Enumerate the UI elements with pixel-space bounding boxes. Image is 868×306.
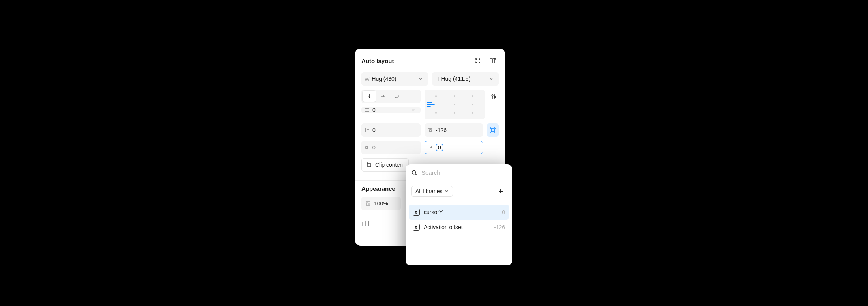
opacity-icon [365, 201, 371, 206]
opacity-value: 100% [374, 200, 388, 207]
padding-top-icon [428, 127, 433, 133]
search-input[interactable] [421, 169, 507, 176]
padding-bottom-value[interactable]: 0 [436, 144, 443, 151]
padding-top-value: -126 [436, 127, 480, 133]
number-variable-icon: # [413, 224, 420, 231]
svg-rect-8 [430, 146, 432, 148]
padding-top-field[interactable]: -126 [425, 123, 483, 137]
align-mid-left-active[interactable] [427, 100, 445, 108]
align-top-center[interactable] [445, 92, 464, 100]
direction-wrap[interactable] [389, 91, 403, 102]
svg-rect-11 [368, 203, 370, 205]
align-mid-right[interactable] [464, 100, 482, 108]
search-icon [411, 170, 417, 176]
padding-bottom-icon [428, 145, 434, 150]
auto-layout-title: Auto layout [361, 58, 394, 64]
height-field[interactable]: H Hug (411.5) [432, 72, 499, 86]
collapse-icon[interactable] [472, 54, 484, 67]
variable-list: # cursorY 0 # Activation offset -126 [406, 202, 512, 237]
padding-left-field[interactable]: 0 [361, 123, 421, 137]
search-row [406, 164, 512, 181]
clip-content-label: Clip conten [375, 162, 403, 168]
variable-name: Activation offset [424, 224, 490, 230]
padding-right-value: 0 [372, 144, 417, 151]
alignment-grid[interactable] [425, 90, 485, 119]
padding-right-icon [365, 145, 370, 150]
advanced-settings-icon[interactable] [488, 90, 499, 103]
width-prefix: W [365, 76, 369, 82]
clip-icon [366, 162, 372, 168]
padding-left-value: 0 [372, 127, 417, 133]
variable-value: -126 [494, 224, 505, 230]
direction-vertical[interactable] [363, 91, 376, 102]
width-field[interactable]: W Hug (430) [361, 72, 428, 86]
align-bot-right[interactable] [464, 109, 482, 117]
svg-rect-7 [366, 147, 368, 148]
padding-right-field[interactable]: 0 [361, 141, 421, 154]
svg-rect-5 [430, 130, 431, 132]
gap-field[interactable]: 0 [361, 107, 421, 113]
svg-rect-10 [366, 202, 368, 203]
direction-horizontal[interactable] [376, 91, 389, 102]
library-row: All libraries [406, 181, 512, 202]
direction-segmented[interactable] [361, 90, 421, 103]
width-value: Hug (430) [372, 76, 414, 82]
svg-rect-1 [493, 58, 495, 63]
add-variable-icon[interactable] [495, 185, 507, 198]
gap-value: 0 [372, 107, 406, 113]
svg-rect-6 [491, 129, 494, 132]
library-select[interactable]: All libraries [411, 186, 453, 197]
chevron-down-icon[interactable] [487, 77, 496, 81]
align-bot-left[interactable] [427, 109, 445, 117]
gap-icon [365, 107, 370, 113]
align-top-left[interactable] [427, 92, 445, 100]
height-value: Hug (411.5) [441, 76, 485, 82]
variable-value: 0 [502, 209, 505, 215]
svg-rect-4 [367, 129, 369, 131]
library-select-label: All libraries [415, 188, 442, 194]
auto-layout-header: Auto layout [355, 49, 505, 71]
padding-expand-icon[interactable] [487, 123, 499, 137]
svg-rect-0 [490, 58, 492, 63]
chevron-down-icon[interactable] [416, 77, 425, 81]
svg-point-3 [494, 96, 496, 98]
svg-point-2 [492, 95, 493, 96]
align-bot-center[interactable] [445, 109, 464, 117]
variable-item-cursory[interactable]: # cursorY 0 [409, 205, 509, 220]
svg-point-12 [412, 170, 416, 174]
variable-item-activation-offset[interactable]: # Activation offset -126 [409, 220, 509, 235]
variable-name: cursorY [424, 209, 498, 215]
padding-left-icon [365, 127, 370, 133]
number-variable-icon: # [413, 209, 420, 216]
opacity-field[interactable]: 100% [361, 197, 401, 210]
variable-picker-popover: All libraries # cursorY 0 # Activation o… [406, 164, 512, 265]
height-prefix: H [435, 76, 439, 82]
align-mid-center[interactable] [445, 100, 464, 108]
clip-content-button[interactable]: Clip conten [361, 158, 409, 172]
padding-bottom-field-active[interactable]: 0 [425, 141, 483, 154]
align-top-right[interactable] [464, 92, 482, 100]
chevron-down-icon[interactable] [409, 108, 417, 112]
add-section-icon[interactable] [487, 54, 499, 67]
